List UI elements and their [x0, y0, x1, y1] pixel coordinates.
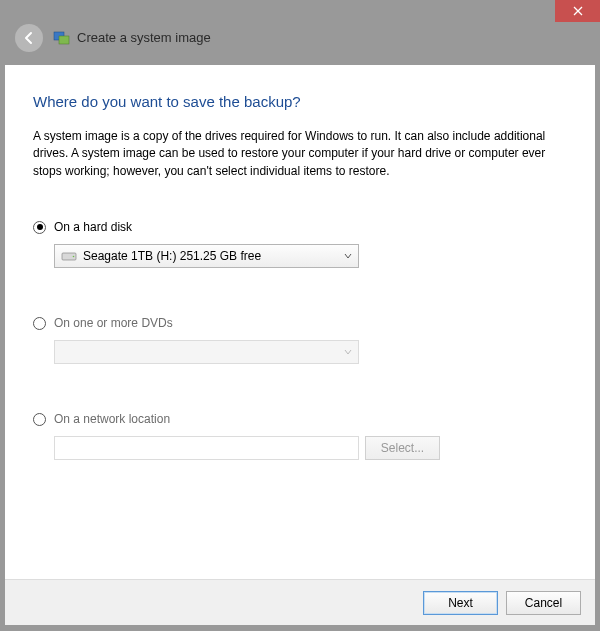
chevron-down-icon [344, 348, 352, 356]
hard-disk-dropdown[interactable]: Seagate 1TB (H:) 251.25 GB free [54, 244, 359, 268]
back-arrow-icon [22, 31, 36, 45]
content-panel: Where do you want to save the backup? A … [5, 65, 595, 625]
radio-network-label: On a network location [54, 412, 170, 426]
close-icon [573, 6, 583, 16]
page-heading: Where do you want to save the backup? [33, 93, 567, 110]
option-hard-disk: On a hard disk Seagate 1TB (H:) 251.25 G… [33, 220, 567, 268]
hard-disk-selected-value: Seagate 1TB (H:) 251.25 GB free [83, 249, 261, 263]
next-button[interactable]: Next [423, 591, 498, 615]
back-button[interactable] [15, 24, 43, 52]
svg-point-5 [73, 256, 75, 258]
cancel-button[interactable]: Cancel [506, 591, 581, 615]
radio-hard-disk-label: On a hard disk [54, 220, 132, 234]
dvds-dropdown [54, 340, 359, 364]
wizard-window: Create a system image Where do you want … [0, 0, 600, 631]
radio-network[interactable] [33, 413, 46, 426]
window-title: Create a system image [77, 30, 211, 45]
close-button[interactable] [555, 0, 600, 22]
option-dvds: On one or more DVDs [33, 316, 567, 364]
chevron-down-icon [344, 252, 352, 260]
network-select-button: Select... [365, 436, 440, 460]
network-path-input [54, 436, 359, 460]
radio-hard-disk[interactable] [33, 221, 46, 234]
option-network: On a network location Select... [33, 412, 567, 460]
system-image-icon [53, 29, 71, 47]
header-bar: Create a system image [5, 10, 595, 65]
footer: Next Cancel [5, 579, 595, 625]
radio-dvds[interactable] [33, 317, 46, 330]
page-description: A system image is a copy of the drives r… [33, 128, 567, 180]
svg-rect-3 [59, 36, 69, 44]
radio-dvds-label: On one or more DVDs [54, 316, 173, 330]
drive-icon [61, 250, 77, 262]
